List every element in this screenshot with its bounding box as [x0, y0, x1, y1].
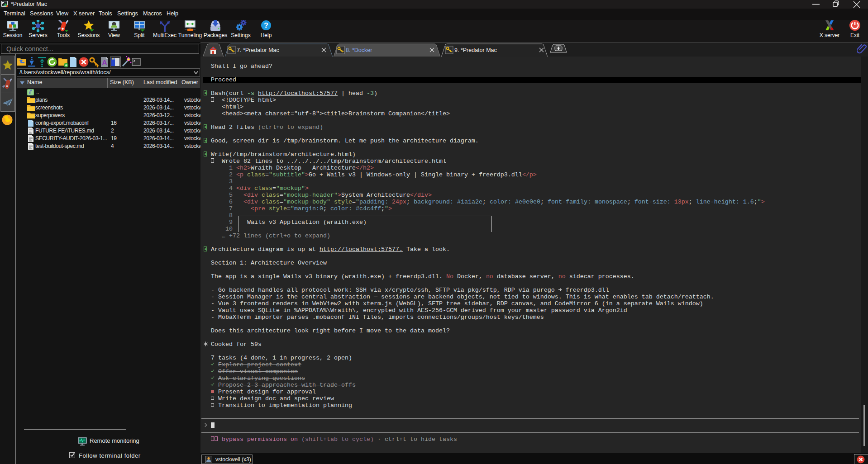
svg-text:?: ? — [264, 22, 268, 29]
svg-text:9. *Predator Mac: 9. *Predator Mac — [454, 47, 497, 53]
svg-text:8. *Docker: 8. *Docker — [346, 47, 372, 53]
svg-text:A: A — [102, 58, 107, 66]
svg-text:7. *Predator Mac: 7. *Predator Mac — [237, 47, 279, 53]
